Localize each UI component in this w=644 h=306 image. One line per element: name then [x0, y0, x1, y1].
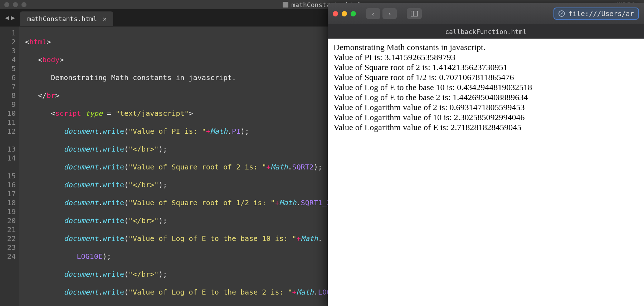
code-token: + — [206, 127, 210, 135]
line-number: 19 — [5, 207, 16, 216]
code-token: document — [64, 288, 98, 296]
code-token: . — [288, 163, 292, 171]
code-token: ( — [124, 127, 128, 135]
browser-toolbar: ‹ › file:///Users/ar — [328, 3, 644, 24]
code-token: Math — [279, 198, 296, 207]
code-token: </ — [38, 91, 47, 100]
browser-address-bar[interactable]: file:///Users/ar — [553, 8, 639, 20]
code-token: "text/javascript" — [116, 109, 189, 118]
browser-tabbar: callbackFunction.html — [328, 24, 644, 39]
code-token: Math — [270, 163, 288, 171]
code-token: document — [64, 163, 98, 171]
code-token: . — [98, 216, 103, 225]
editor-nav-arrows: ◀ ▶ — [0, 13, 20, 26]
line-number: 12 — [5, 127, 16, 136]
code-token: ); — [158, 216, 167, 225]
line-number: 20 — [5, 216, 16, 225]
code-token: . — [98, 181, 103, 189]
code-token: html — [29, 38, 47, 46]
code-token: write — [103, 288, 124, 296]
editor-close-dot[interactable] — [4, 2, 9, 7]
browser-output-line: Value of Logarithm value of 2 is: 0.6931… — [333, 102, 638, 112]
sidebar-icon — [411, 11, 418, 16]
code-token: document — [64, 216, 98, 225]
code-token: . — [98, 198, 103, 207]
line-number: 3 — [5, 46, 16, 55]
code-token: < — [51, 109, 55, 118]
browser-tab-title[interactable]: callbackFunction.html — [445, 28, 527, 35]
browser-minimize-icon[interactable] — [342, 11, 347, 16]
line-number: 8 — [5, 91, 16, 100]
browser-back-button[interactable]: ‹ — [366, 8, 380, 19]
code-token: ); — [103, 252, 111, 261]
line-number: 15 — [5, 172, 16, 181]
code-token: "Value of Log of E to the base 10 is: " — [128, 234, 297, 243]
code-token: document — [64, 181, 98, 189]
editor-zoom-dot[interactable] — [21, 2, 26, 7]
browser-traffic-lights — [333, 11, 356, 16]
code-token: > — [59, 55, 64, 64]
code-token: ); — [158, 270, 167, 278]
editor-traffic-lights — [4, 2, 26, 7]
code-token: ); — [240, 127, 249, 135]
code-token: document — [64, 198, 98, 207]
browser-output-line: Value of Logarithm value of E is: 2.7182… — [333, 122, 638, 132]
code-token: write — [103, 270, 124, 278]
code-token: document — [64, 270, 98, 278]
code-token: write — [103, 163, 124, 171]
code-token: write — [103, 145, 124, 153]
code-token: ( — [124, 145, 128, 153]
code-token: . — [318, 234, 322, 243]
code-token: ( — [124, 163, 128, 171]
line-number: 10 — [5, 109, 16, 118]
browser-sidebar-button[interactable] — [407, 8, 422, 19]
browser-close-icon[interactable] — [333, 11, 338, 16]
code-token: > — [189, 109, 193, 118]
editor-minimize-dot[interactable] — [13, 2, 18, 7]
code-token: ( — [124, 216, 128, 225]
code-token: "Value of Square root of 2 is: " — [128, 163, 266, 171]
line-number — [5, 163, 16, 172]
line-number: 9 — [5, 100, 16, 109]
code-token: "Value of Square root of 1/2 is: " — [128, 198, 275, 207]
code-token: write — [103, 198, 124, 207]
file-icon — [283, 2, 288, 8]
code-token: + — [275, 198, 279, 207]
editor-tab[interactable]: mathConstants.html ✕ — [20, 11, 113, 26]
code-token: ( — [124, 234, 128, 243]
browser-forward-button[interactable]: › — [382, 8, 397, 19]
compass-icon — [558, 10, 565, 17]
code-token: ); — [158, 145, 167, 153]
nav-back-icon[interactable]: ◀ — [5, 13, 9, 22]
browser-output-line: Value of PI is: 3.141592653589793 — [333, 52, 638, 62]
code-token: body — [42, 55, 59, 64]
code-token: br — [47, 91, 55, 100]
line-number: 6 — [5, 73, 16, 82]
line-number-gutter: 123456789101112 1314 1516171819202122232… — [0, 26, 19, 306]
code-token: . — [98, 127, 103, 135]
line-number: 11 — [5, 118, 16, 127]
line-number — [5, 136, 16, 145]
code-token: ( — [124, 288, 128, 296]
svg-rect-0 — [411, 11, 418, 16]
code-token: ( — [124, 181, 128, 189]
browser-content: Demonstrating Math constants in javascri… — [328, 39, 644, 136]
line-number: 14 — [5, 154, 16, 163]
code-token: . — [228, 127, 232, 135]
code-token: "</br>" — [128, 181, 158, 189]
code-token: = — [103, 109, 116, 118]
code-token: . — [98, 270, 103, 278]
code-token: document — [64, 234, 98, 243]
code-token: SQRT1_2 — [301, 198, 331, 207]
code-token: ); — [314, 163, 322, 171]
tab-close-icon[interactable]: ✕ — [103, 15, 107, 23]
code-token: . — [314, 288, 318, 296]
code-token: + — [297, 234, 301, 243]
browser-output-line: Value of Square root of 2 is: 1.41421356… — [333, 62, 638, 72]
code-token: ( — [124, 198, 128, 207]
code-token: document — [64, 145, 98, 153]
line-number: 23 — [5, 243, 16, 252]
code-token: script — [55, 109, 81, 118]
nav-forward-icon[interactable]: ▶ — [11, 13, 15, 22]
browser-zoom-icon[interactable] — [351, 11, 356, 16]
